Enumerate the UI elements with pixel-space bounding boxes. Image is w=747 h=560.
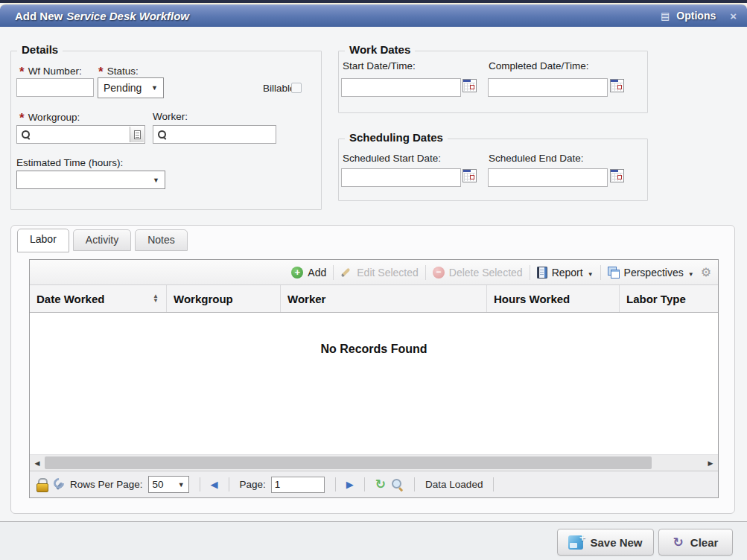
column-header-labor-type[interactable]: Labor Type — [620, 285, 718, 312]
data-loaded-status: Data Loaded — [425, 479, 483, 490]
worker-label: Worker: — [153, 111, 188, 122]
calendar-marker — [470, 85, 474, 89]
status-value: Pending — [104, 82, 142, 94]
add-icon — [291, 267, 303, 279]
save-icon — [568, 535, 583, 550]
pager-divider — [493, 477, 494, 491]
pencil-icon — [340, 267, 352, 278]
pager-divider — [364, 477, 365, 491]
save-new-button[interactable]: Save New — [557, 529, 654, 556]
horizontal-scrollbar[interactable] — [30, 454, 718, 471]
search-icon — [157, 130, 168, 140]
completed-datetime-calendar-icon[interactable] — [610, 79, 624, 92]
column-header-date-worked[interactable]: Date Worked — [30, 285, 167, 312]
column-header-hours-worked[interactable]: Hours Worked — [487, 285, 620, 312]
scroll-right-button[interactable] — [703, 455, 718, 471]
tab-strip: Labor Activity Notes — [17, 229, 188, 251]
sort-icon — [153, 294, 159, 303]
column-header-workgroup[interactable]: Workgroup — [167, 285, 281, 312]
tab-panel: Labor Activity Notes Add Edit Selected — [10, 225, 735, 514]
wrench-icon[interactable] — [53, 478, 65, 491]
pager-divider — [335, 477, 336, 491]
grid-toolbar: Add Edit Selected Delete Selected Report — [30, 260, 718, 285]
worker-search-field[interactable] — [153, 125, 276, 144]
dialog-title: Add NewService Desk Workflow — [0, 10, 189, 22]
toolbar-divider — [333, 265, 334, 280]
estimated-time-select[interactable] — [16, 171, 165, 189]
scheduling-dates-legend: Scheduling Dates — [345, 131, 448, 144]
title-prefix: Add New — [15, 10, 63, 22]
search-icon — [21, 130, 31, 140]
start-datetime-input[interactable] — [341, 78, 461, 97]
calendar-marker — [617, 175, 622, 179]
calendar-marker — [617, 85, 622, 89]
scheduled-end-input[interactable] — [488, 168, 608, 187]
clear-button[interactable]: Clear — [658, 529, 733, 556]
estimated-time-label: Estimated Time (hours): — [16, 157, 123, 168]
tab-notes[interactable]: Notes — [135, 229, 188, 251]
column-header-worker[interactable]: Worker — [281, 285, 487, 312]
start-datetime-label: Start Date/Time: — [343, 60, 416, 71]
page-input[interactable] — [271, 477, 325, 493]
dialog-titlebar: Add NewService Desk Workflow Options × — [0, 3, 747, 27]
grid-settings-gear-icon[interactable] — [701, 265, 711, 279]
scheduled-start-label: Scheduled Start Date: — [343, 153, 441, 164]
scheduled-start-calendar-icon[interactable] — [462, 169, 477, 182]
billable-checkbox[interactable] — [291, 83, 302, 93]
report-button[interactable]: Report — [537, 267, 594, 279]
required-icon: * — [19, 111, 25, 125]
grid-body: No Records Found — [30, 313, 718, 454]
toolbar-divider — [530, 265, 530, 280]
rows-per-page-select[interactable]: 50 — [148, 476, 189, 493]
scheduled-end-calendar-icon[interactable] — [610, 169, 624, 182]
scheduled-start-input[interactable] — [341, 168, 461, 187]
tab-activity[interactable]: Activity — [73, 229, 131, 251]
tab-labor[interactable]: Labor — [17, 229, 69, 252]
add-workflow-dialog: Add NewService Desk Workflow Options × D… — [0, 0, 747, 560]
perspectives-button[interactable]: Perspectives — [608, 267, 694, 279]
workgroup-picker-button[interactable] — [130, 127, 144, 142]
options-icon — [661, 10, 670, 22]
required-icon: * — [19, 65, 25, 79]
previous-page-button[interactable] — [211, 479, 218, 490]
labor-grid: Add Edit Selected Delete Selected Report — [29, 259, 719, 498]
work-dates-legend: Work Dates — [345, 43, 415, 56]
lock-icon[interactable] — [36, 478, 48, 491]
grid-empty-message: No Records Found — [320, 343, 427, 356]
pager-divider — [229, 477, 229, 491]
toolbar-divider — [425, 265, 426, 280]
wf-number-label: *Wf Number: — [19, 65, 82, 80]
add-button[interactable]: Add — [291, 267, 326, 279]
next-page-button[interactable] — [346, 479, 354, 490]
rows-per-page-label: Rows Per Page: — [70, 479, 143, 490]
grid-pager: Rows Per Page: 50 Page: Data Loaded — [30, 471, 718, 497]
toolbar-divider — [600, 265, 601, 280]
pager-divider — [200, 477, 200, 491]
close-button[interactable]: × — [730, 10, 737, 22]
search-icon[interactable] — [391, 478, 404, 491]
pager-divider — [414, 477, 415, 491]
refresh-icon[interactable] — [375, 477, 386, 492]
status-select[interactable]: Pending — [98, 77, 164, 98]
delete-selected-button[interactable]: Delete Selected — [433, 267, 523, 279]
perspectives-icon — [608, 267, 620, 279]
scroll-left-button[interactable] — [30, 455, 45, 471]
title-entity: Service Desk Workflow — [66, 10, 189, 22]
page-label: Page: — [240, 479, 266, 490]
details-legend: Details — [17, 43, 63, 56]
chevron-down-icon — [688, 267, 694, 279]
wf-number-input[interactable] — [16, 78, 94, 97]
chevron-down-icon — [588, 267, 594, 279]
titlebar-actions: Options × — [661, 10, 747, 22]
completed-datetime-input[interactable] — [488, 78, 608, 97]
calendar-marker — [470, 175, 474, 179]
lookup-list-icon — [134, 130, 141, 139]
options-button[interactable]: Options — [676, 10, 716, 22]
workgroup-search-field[interactable] — [16, 125, 145, 144]
completed-datetime-label: Completed Date/Time: — [489, 60, 589, 71]
scheduled-end-label: Scheduled End Date: — [489, 153, 584, 164]
report-icon — [537, 267, 547, 279]
start-datetime-calendar-icon[interactable] — [462, 79, 477, 92]
scrollbar-thumb[interactable] — [45, 456, 652, 469]
edit-selected-button[interactable]: Edit Selected — [340, 267, 419, 279]
